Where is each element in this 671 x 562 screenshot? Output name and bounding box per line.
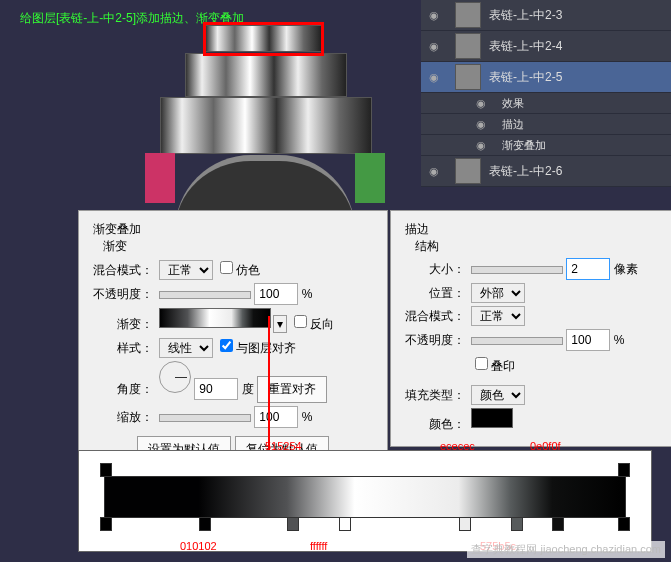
layers-panel: 表链-上-中2-3 表链-上-中2-4 表链-上-中2-5 效果 描边 渐变叠加… xyxy=(421,0,671,187)
watermark: 查字典教程网 jiaocheng.chazidian.com xyxy=(467,541,665,558)
color-stop[interactable] xyxy=(511,517,523,531)
blend-mode-select[interactable]: 正常 xyxy=(471,306,525,326)
hex-label: 010102 xyxy=(180,540,217,552)
angle-label: 角度： xyxy=(93,381,153,398)
scale-label: 缩放： xyxy=(93,409,153,426)
color-label: 颜色： xyxy=(405,416,465,433)
blend-mode-select[interactable]: 正常 xyxy=(159,260,213,280)
layer-thumb xyxy=(455,158,481,184)
align-checkbox[interactable] xyxy=(220,339,233,352)
reverse-label: 反向 xyxy=(310,317,334,331)
stroke-panel: 描边 结构 大小： 像素 位置：外部 混合模式：正常 不透明度： % 叠印 填充… xyxy=(390,210,671,447)
size-input[interactable] xyxy=(566,258,610,280)
gradient-overlay-panel: 渐变叠加 渐变 混合模式：正常 仿色 不透明度： % 渐变：▾ 反向 样式：线性… xyxy=(78,210,388,477)
layer-row-selected[interactable]: 表链-上-中2-5 xyxy=(421,62,671,93)
size-label: 大小： xyxy=(405,261,465,278)
opacity-stop[interactable] xyxy=(618,463,630,477)
opacity-slider[interactable] xyxy=(159,291,251,299)
fx-label: 效果 xyxy=(421,93,671,114)
position-label: 位置： xyxy=(405,285,465,302)
panel-subheading: 结构 xyxy=(415,238,660,255)
dither-label: 仿色 xyxy=(236,263,260,277)
visibility-icon[interactable] xyxy=(429,8,447,22)
opacity-label: 不透明度： xyxy=(93,286,153,303)
color-stop[interactable] xyxy=(552,517,564,531)
style-select[interactable]: 线性 xyxy=(159,338,213,358)
visibility-icon[interactable] xyxy=(429,70,447,84)
visibility-icon[interactable] xyxy=(476,139,494,152)
panel-heading: 渐变叠加 xyxy=(93,221,373,238)
opacity-label: 不透明度： xyxy=(405,332,465,349)
opacity-input[interactable] xyxy=(254,283,298,305)
color-stop[interactable] xyxy=(287,517,299,531)
watch-preview xyxy=(125,25,405,205)
reverse-checkbox[interactable] xyxy=(294,315,307,328)
layer-thumb xyxy=(455,2,481,28)
position-select[interactable]: 外部 xyxy=(471,283,525,303)
layer-name: 表链-上-中2-6 xyxy=(489,163,562,180)
fx-stroke[interactable]: 描边 xyxy=(421,114,671,135)
hex-label: 515254 xyxy=(265,440,302,452)
visibility-icon[interactable] xyxy=(429,39,447,53)
layer-row[interactable]: 表链-上-中2-3 xyxy=(421,0,671,31)
size-slider[interactable] xyxy=(471,266,563,274)
layer-row[interactable]: 表链-上-中2-6 xyxy=(421,156,671,187)
angle-input[interactable] xyxy=(194,378,238,400)
color-stop[interactable] xyxy=(100,517,112,531)
opacity-stop[interactable] xyxy=(100,463,112,477)
color-stop[interactable] xyxy=(199,517,211,531)
fx-gradient[interactable]: 渐变叠加 xyxy=(421,135,671,156)
visibility-icon[interactable] xyxy=(476,97,494,110)
layer-thumb xyxy=(455,33,481,59)
layer-name: 表链-上-中2-5 xyxy=(489,69,562,86)
gradient-preview[interactable] xyxy=(159,308,271,328)
visibility-icon[interactable] xyxy=(429,164,447,178)
overprint-checkbox[interactable] xyxy=(475,357,488,370)
blend-mode-label: 混合模式： xyxy=(93,262,153,279)
panel-heading: 描边 xyxy=(405,221,660,238)
gradient-label: 渐变： xyxy=(93,316,153,333)
gradient-dropdown-icon[interactable]: ▾ xyxy=(273,315,287,333)
annotation-arrow xyxy=(268,316,270,456)
gradient-editor xyxy=(78,450,652,552)
layer-row[interactable]: 表链-上-中2-4 xyxy=(421,31,671,62)
scale-input[interactable] xyxy=(254,406,298,428)
dither-checkbox[interactable] xyxy=(220,261,233,274)
gradient-ramp[interactable] xyxy=(104,476,626,518)
opacity-input[interactable] xyxy=(566,329,610,351)
align-label: 与图层对齐 xyxy=(236,341,296,355)
color-stop[interactable] xyxy=(618,517,630,531)
color-stop[interactable] xyxy=(339,517,351,531)
layer-thumb xyxy=(455,64,481,90)
panel-subheading: 渐变 xyxy=(103,238,373,255)
visibility-icon[interactable] xyxy=(476,118,494,131)
color-swatch[interactable] xyxy=(471,408,513,428)
hex-label: 0e0f0f xyxy=(530,440,561,452)
fill-type-label: 填充类型： xyxy=(405,387,465,404)
overprint-label: 叠印 xyxy=(491,359,515,373)
hex-label: ececec xyxy=(440,440,475,452)
fill-type-select[interactable]: 颜色 xyxy=(471,385,525,405)
color-stop[interactable] xyxy=(459,517,471,531)
scale-slider[interactable] xyxy=(159,414,251,422)
layer-name: 表链-上-中2-3 xyxy=(489,7,562,24)
selection-box xyxy=(203,22,324,56)
hex-label: ffffff xyxy=(310,540,327,552)
style-label: 样式： xyxy=(93,340,153,357)
layer-name: 表链-上-中2-4 xyxy=(489,38,562,55)
opacity-slider[interactable] xyxy=(471,337,563,345)
angle-dial[interactable] xyxy=(159,361,191,393)
blend-mode-label: 混合模式： xyxy=(405,308,465,325)
